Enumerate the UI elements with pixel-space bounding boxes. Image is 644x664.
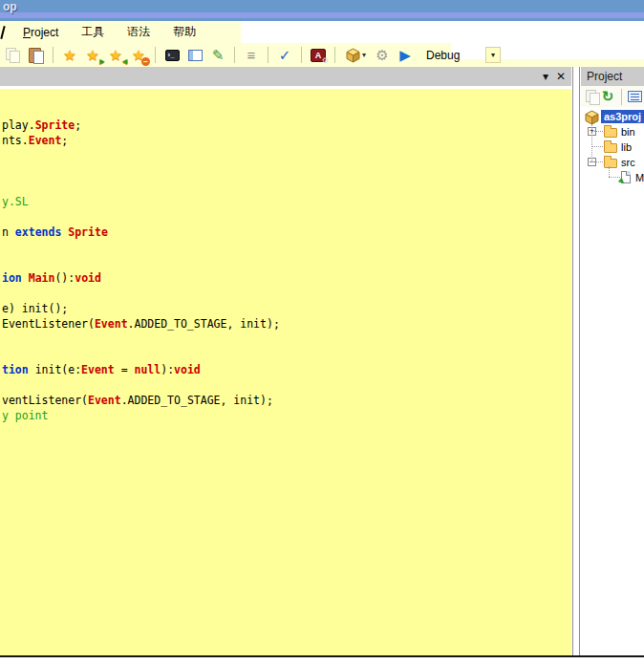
toolbar-separator xyxy=(334,47,335,63)
editor-panel-header: ▾ ✕ xyxy=(0,67,571,86)
tree-item-label[interactable]: lib xyxy=(621,140,632,154)
next-bookmark-icon[interactable]: ★▸ xyxy=(82,45,103,65)
toolbar-separator xyxy=(234,47,235,63)
toolbar-separator xyxy=(301,47,302,63)
debug-config-dropdown-icon[interactable]: ▾ xyxy=(485,47,501,63)
code-line xyxy=(2,255,571,270)
tree-item-bin[interactable]: +bin xyxy=(581,124,644,139)
copy-icon[interactable] xyxy=(3,45,24,65)
bookmark-icon[interactable]: ★ xyxy=(59,45,80,65)
code-line: EventListener(Event.ADDED_TO_STAGE, init… xyxy=(2,316,571,332)
statusbar-strip xyxy=(0,657,644,664)
editor-menu-chevron-icon[interactable]: ▾ xyxy=(543,71,548,82)
project-panel: Project ↻ as3proj+binlib−srcM xyxy=(581,67,644,656)
tree-item-label[interactable]: as3proj xyxy=(601,110,644,123)
code-line: nts.Event; xyxy=(2,133,571,148)
tree-item-label[interactable]: M xyxy=(635,171,644,184)
code-area[interactable]: play.Sprite;nts.Event;y.SLn extends Spri… xyxy=(0,89,571,655)
tree-guide-line xyxy=(591,131,603,132)
settings-icon[interactable]: ⚙ xyxy=(372,45,393,65)
code-line: y.SL xyxy=(2,194,571,209)
build-project-icon[interactable]: ▾ xyxy=(341,45,370,65)
tree-guide-line xyxy=(591,146,603,147)
project-tree: as3proj+binlib−srcM xyxy=(581,109,644,656)
window-titlebar[interactable]: op xyxy=(0,0,644,21)
menu-item-tools[interactable]: 工具 xyxy=(79,22,106,42)
tree-item-lib[interactable]: lib xyxy=(581,139,644,155)
menu-bar: Project工具语法帮助 xyxy=(0,21,644,43)
code-line: play.Sprite; xyxy=(2,118,571,133)
titlebar-band xyxy=(0,0,644,12)
code-line: tion init(e:Event = null):void xyxy=(2,362,571,377)
syntax-check-icon[interactable]: ✓ xyxy=(274,45,295,65)
toolbar-separator xyxy=(155,47,156,63)
folder-icon xyxy=(604,156,617,168)
menu-item-syntax[interactable]: 语法 xyxy=(125,22,152,42)
prev-bookmark-icon[interactable]: ★◂ xyxy=(105,45,126,65)
debug-config-value[interactable]: Debug xyxy=(426,49,482,62)
code-line xyxy=(2,240,571,255)
code-line xyxy=(2,286,571,301)
menu-item-help[interactable]: 帮助 xyxy=(171,22,198,42)
toolbar-separator xyxy=(53,47,54,63)
panel-splitter[interactable] xyxy=(571,67,581,656)
window-title: op xyxy=(3,0,17,13)
tree-guide-line xyxy=(591,124,592,162)
menu-item-project[interactable]: Project xyxy=(21,24,60,41)
code-line xyxy=(2,179,571,194)
code-line xyxy=(2,332,571,347)
project-properties-icon[interactable] xyxy=(628,87,643,107)
tree-item-label[interactable]: bin xyxy=(621,125,635,139)
run-icon[interactable]: ▶ xyxy=(395,45,416,65)
code-line xyxy=(2,209,571,225)
toolbar-separator xyxy=(621,89,622,105)
code-line: ion Main():void xyxy=(2,270,571,286)
flash-player-icon[interactable]: A⚙ xyxy=(308,45,329,65)
folder-icon xyxy=(604,140,617,153)
tree-guide-line xyxy=(609,177,620,178)
code-line: n extends Sprite xyxy=(2,225,571,240)
toolbar-separator xyxy=(268,47,268,63)
copy-path-icon[interactable] xyxy=(583,87,598,107)
tree-item-as3proj[interactable]: as3proj xyxy=(581,109,644,124)
project-panel-toolbar: ↻ xyxy=(581,86,644,107)
code-line xyxy=(2,163,571,179)
tree-guide-line xyxy=(609,166,610,177)
code-line xyxy=(2,347,571,362)
as-file-icon xyxy=(621,171,631,183)
code-line xyxy=(2,377,571,393)
tree-item-main[interactable]: M xyxy=(581,170,644,185)
layout-panels-icon[interactable] xyxy=(184,45,205,65)
code-line: y point xyxy=(2,408,571,423)
editor-close-icon[interactable]: ✕ xyxy=(556,71,566,82)
snippet-edit-icon[interactable]: ✎ xyxy=(207,45,228,65)
tree-item-label[interactable]: src xyxy=(621,156,635,169)
clear-bookmarks-icon[interactable]: ★− xyxy=(128,45,149,65)
project-panel-title: Project xyxy=(581,67,644,86)
tree-item-src[interactable]: −src xyxy=(581,155,644,170)
app-window: op Project工具语法帮助 ★★▸★◂★−›_✎≡✓A⚙▾⚙▶Debug▾… xyxy=(0,0,644,664)
code-line: e) init(); xyxy=(2,301,571,316)
folder-icon xyxy=(604,125,617,138)
toolbar: ★★▸★◂★−›_✎≡✓A⚙▾⚙▶Debug▾ xyxy=(0,43,644,67)
editor-panel: play.Sprite;nts.Event;y.SLn extends Spri… xyxy=(0,86,571,655)
indent-icon[interactable]: ≡ xyxy=(241,45,262,65)
debug-config-combobox[interactable]: Debug▾ xyxy=(426,47,501,63)
paste-icon[interactable] xyxy=(26,45,47,65)
code-line: ventListener(Event.ADDED_TO_STAGE, init)… xyxy=(2,393,571,408)
code-line xyxy=(2,148,571,163)
refresh-icon[interactable]: ↻ xyxy=(600,87,615,107)
tree-guide-line xyxy=(591,161,603,162)
console-icon[interactable]: ›_ xyxy=(161,45,182,65)
